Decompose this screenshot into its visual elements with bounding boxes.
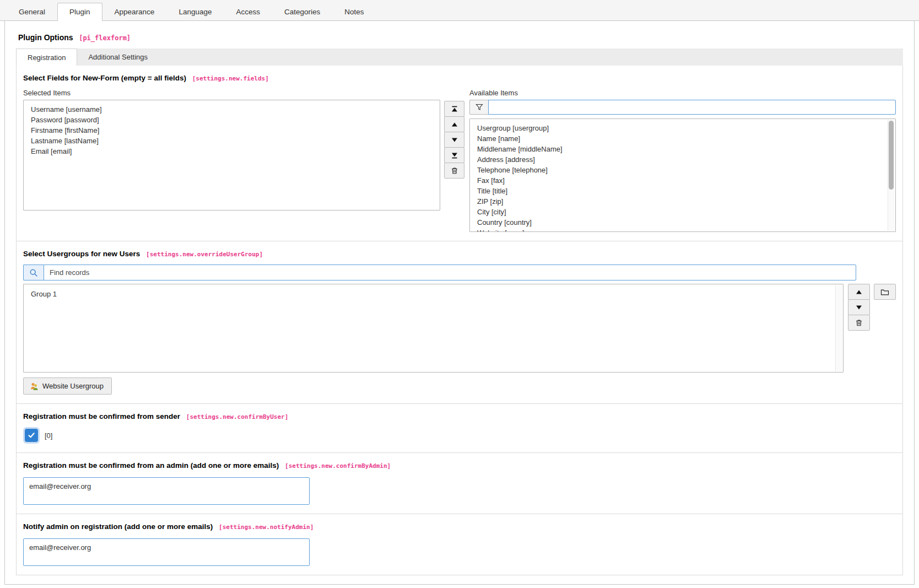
- flexform-field-key: [settings.new.confirmByUser]: [186, 413, 288, 420]
- list-item[interactable]: Website [www]: [470, 228, 895, 232]
- tab-appearance[interactable]: Appearance: [102, 3, 167, 21]
- flexform-field-key: [settings.new.confirmByAdmin]: [285, 462, 391, 470]
- section-usergroups: Select Usergroups for new Users [setting…: [17, 241, 902, 403]
- scrollbar-track: [888, 120, 895, 231]
- arrow-down-icon: [856, 304, 862, 311]
- move-to-bottom-button[interactable]: [444, 147, 464, 163]
- selected-items-label: Selected Items: [23, 89, 440, 97]
- flexform-field-key: [settings.new.fields]: [192, 75, 269, 82]
- section-heading: Notify admin on registration (add one or…: [23, 522, 896, 531]
- section-heading: Registration must be confirmed from send…: [23, 412, 896, 420]
- section-notify-admin: Notify admin on registration (add one or…: [17, 514, 902, 575]
- tab-additional-settings[interactable]: Additional Settings: [77, 48, 159, 66]
- arrow-up-icon: [856, 289, 862, 295]
- record-panel: Plugin Options [pi_flexform] Registratio…: [4, 21, 915, 585]
- move-down-button[interactable]: [444, 132, 464, 148]
- funnel-icon: [469, 100, 488, 115]
- add-website-usergroup-label: Website Usergroup: [42, 382, 104, 390]
- available-filter-input[interactable]: [488, 100, 896, 115]
- folder-icon: [880, 288, 889, 296]
- frontend-usergroup-icon: [30, 382, 39, 391]
- move-to-bottom-icon: [451, 152, 458, 159]
- browse-records-control: [874, 284, 896, 300]
- tab-categories[interactable]: Categories: [272, 3, 332, 21]
- list-item[interactable]: Title [title]: [470, 186, 895, 196]
- trash-icon: [855, 319, 863, 327]
- usergroup-list-controls: [848, 284, 870, 331]
- tab-registration[interactable]: Registration: [16, 48, 77, 66]
- list-item[interactable]: Firstname [firstName]: [24, 125, 440, 136]
- plugin-options-label: Plugin Options: [18, 33, 73, 42]
- multiselect-controls: [444, 101, 464, 179]
- flexform-field-key: [settings.new.overrideUserGroup]: [146, 251, 263, 258]
- scrollbar-thumb[interactable]: [889, 121, 894, 190]
- section-select-fields: Select Fields for New-Form (empty = all …: [17, 66, 902, 241]
- find-records-group: [23, 265, 856, 280]
- list-item[interactable]: Lastname [lastName]: [24, 136, 440, 146]
- tab-access[interactable]: Access: [224, 3, 272, 21]
- list-item[interactable]: City [city]: [470, 207, 895, 217]
- section-confirm-by-user: Registration must be confirmed from send…: [17, 403, 902, 452]
- arrow-down-icon: [451, 137, 458, 143]
- heading-text: Notify admin on registration (add one or…: [23, 522, 213, 531]
- available-filter-group: [469, 100, 896, 115]
- list-item[interactable]: Telephone [telephone]: [470, 165, 895, 175]
- available-items-list[interactable]: Usergroup [usergroup]Name [name]Middlena…: [469, 118, 896, 232]
- move-down-button[interactable]: [848, 299, 870, 315]
- tab-plugin[interactable]: Plugin: [57, 3, 102, 21]
- heading-text: Select Usergroups for new Users: [23, 250, 140, 258]
- remove-selected-button[interactable]: [444, 163, 464, 179]
- list-item[interactable]: Password [password]: [24, 115, 440, 125]
- flexform-field-key: [settings.new.notifyAdmin]: [219, 524, 313, 531]
- tab-notes[interactable]: Notes: [332, 3, 376, 21]
- move-to-top-button[interactable]: [444, 101, 464, 117]
- flexform-tabbar: RegistrationAdditional Settings: [16, 48, 903, 66]
- available-items-label: Available Items: [469, 89, 896, 97]
- trash-icon: [451, 167, 458, 175]
- checkbox-label: [0]: [45, 431, 52, 440]
- record-tabbar: GeneralPluginAppearanceLanguageAccessCat…: [0, 0, 919, 21]
- tab-general[interactable]: General: [7, 3, 57, 21]
- list-item[interactable]: Address [address]: [470, 154, 895, 165]
- check-icon: [28, 431, 35, 439]
- list-item[interactable]: Username [username]: [24, 104, 440, 115]
- selected-items-list[interactable]: Username [username]Password [password]Fi…: [23, 100, 440, 211]
- move-to-top-icon: [451, 106, 458, 112]
- list-item[interactable]: Country [country]: [470, 217, 895, 228]
- section-heading: Select Fields for New-Form (empty = all …: [23, 74, 896, 82]
- flexform-content: Select Fields for New-Form (empty = all …: [16, 66, 903, 575]
- move-up-button[interactable]: [848, 284, 870, 300]
- list-item[interactable]: ZIP [zip]: [470, 196, 895, 207]
- list-item[interactable]: Usergroup [usergroup]: [470, 123, 895, 133]
- tab-language[interactable]: Language: [166, 3, 224, 21]
- list-item[interactable]: Fax [fax]: [470, 175, 895, 186]
- browse-records-button[interactable]: [874, 284, 896, 300]
- magnifier-icon: [23, 265, 44, 280]
- list-item[interactable]: Middlename [middleName]: [470, 144, 895, 154]
- usergroup-list[interactable]: Group 1: [23, 284, 844, 373]
- add-website-usergroup-button[interactable]: Website Usergroup: [23, 377, 112, 395]
- section-confirm-by-admin: Registration must be confirmed from an a…: [17, 452, 902, 514]
- heading-text: Registration must be confirmed from send…: [23, 412, 180, 420]
- flexform-key: [pi_flexform]: [79, 34, 131, 42]
- plugin-options-title: Plugin Options [pi_flexform]: [18, 33, 901, 42]
- confirm-by-user-checkbox[interactable]: [23, 427, 40, 444]
- list-item[interactable]: Name [name]: [470, 133, 895, 144]
- heading-text: Select Fields for New-Form (empty = all …: [23, 74, 186, 82]
- scrollbar-track: [835, 285, 842, 371]
- confirm-by-admin-emails-textarea[interactable]: email@receiver.org: [23, 477, 310, 505]
- move-up-button[interactable]: [444, 116, 464, 132]
- list-item[interactable]: Email [email]: [24, 146, 440, 157]
- section-heading: Registration must be confirmed from an a…: [23, 461, 896, 470]
- list-item[interactable]: Group 1: [24, 289, 843, 299]
- section-heading: Select Usergroups for new Users [setting…: [23, 250, 896, 258]
- find-records-input[interactable]: [44, 265, 856, 280]
- heading-text: Registration must be confirmed from an a…: [23, 461, 279, 470]
- remove-usergroup-button[interactable]: [848, 315, 870, 331]
- arrow-up-icon: [451, 121, 458, 128]
- notify-admin-emails-textarea[interactable]: email@receiver.org: [23, 538, 310, 566]
